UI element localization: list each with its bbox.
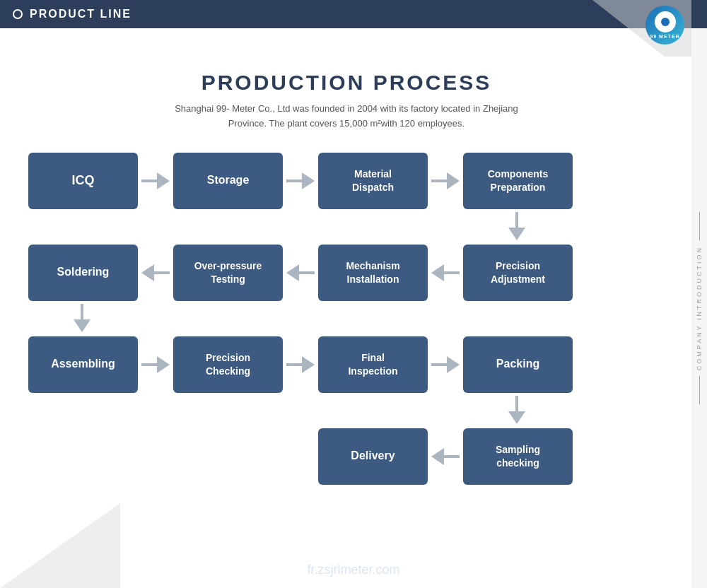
arrow-storage-material — [286, 175, 315, 187]
process-assembling: Assembling — [28, 336, 138, 393]
watermark: fr.zsjrlmeter.com — [307, 563, 399, 577]
arrow-precision-mechanism — [431, 267, 460, 278]
arrow-components-precision — [511, 212, 522, 240]
process-over-pressure-testing: Over-pressureTesting — [173, 245, 283, 301]
process-storage: Storage — [173, 153, 283, 209]
arrow-soldering-assembling — [76, 304, 88, 332]
process-material-dispatch: MaterialDispatch — [318, 153, 428, 209]
main-content: PRODUCTION PROCESS Shanghai 99- Meter Co… — [0, 28, 707, 527]
arrow-assembling-precision-checking — [141, 359, 170, 370]
subtitle-line2: Province. The plant covers 15,000 m²with… — [228, 118, 464, 129]
process-precision-adjustment: PrecisionAdjustment — [463, 245, 573, 301]
process-delivery: Delivery — [318, 428, 428, 485]
deco-triangle-bottom-left — [0, 503, 120, 588]
flow-diagram: ICQ Storage MaterialDispatch ComponentsP… — [14, 153, 679, 520]
process-final-inspection: FinalInspection — [318, 336, 428, 393]
arrow-mechanism-overpressure — [286, 267, 315, 278]
arrow-material-components — [431, 175, 460, 187]
arrow-overpressure-soldering — [141, 267, 170, 278]
arrow-sampling-delivery — [431, 451, 460, 462]
page-subtitle: Shanghai 99- Meter Co., Ltd was founded … — [14, 102, 679, 131]
arrow-precision-checking-final — [286, 359, 315, 370]
header-circle-icon — [13, 9, 23, 19]
logo-dot — [661, 18, 670, 26]
arrow-packing-sampling — [511, 396, 522, 424]
process-packing: Packing — [463, 336, 573, 393]
arrow-icq-storage — [141, 175, 170, 187]
process-components-preparation: ComponentsPreparation — [463, 153, 573, 209]
page-title: PRODUCTION PROCESS — [14, 71, 679, 95]
header-title: PRODUCT LINE — [30, 8, 132, 20]
process-soldering: Soldering — [28, 245, 138, 301]
process-mechanism-installation: MechanismInstallation — [318, 245, 428, 301]
process-sampling-checking: Samplingchecking — [463, 428, 573, 485]
subtitle-line1: Shanghai 99- Meter Co., Ltd was founded … — [175, 103, 518, 114]
process-icq: ICQ — [28, 153, 138, 209]
process-precision-checking: PrecisionChecking — [173, 336, 283, 393]
arrow-final-packing — [431, 359, 460, 370]
